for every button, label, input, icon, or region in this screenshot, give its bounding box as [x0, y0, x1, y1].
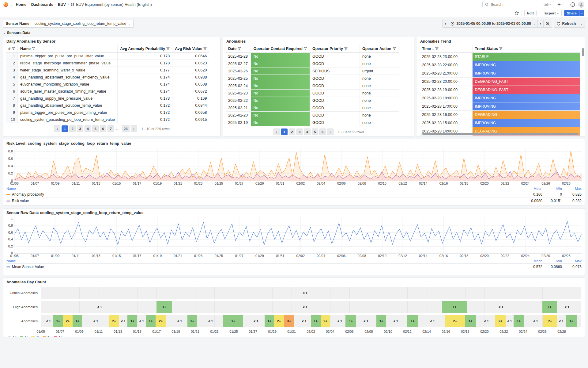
legend-header-stat[interactable]: Mean — [523, 259, 542, 263]
day-count-cell[interactable]: < 1 — [482, 315, 492, 327]
day-count-cell[interactable]: 1+ — [223, 315, 243, 327]
sort-desc-icon[interactable]: ↓ — [432, 47, 434, 51]
column-header[interactable]: Operator Contact Required — [251, 45, 310, 53]
plot-area[interactable]: 10.80.60.40.20 — [14, 217, 582, 254]
day-count-cell[interactable]: < 1 — [391, 315, 401, 327]
day-count-cell[interactable]: < 1 — [251, 315, 261, 327]
legend-header-stat[interactable]: Min — [542, 259, 562, 263]
page-button[interactable]: 4 — [85, 125, 91, 132]
time-range-picker[interactable]: 2025-01-05 00:00:00 to 2025-03-01 00:00:… — [448, 20, 537, 28]
page-button[interactable]: 3 — [77, 125, 83, 132]
day-count-cell[interactable]: < 1 — [175, 315, 185, 327]
page-button[interactable]: 5 — [92, 125, 99, 132]
day-count-cell[interactable]: 1+ — [127, 315, 137, 327]
day-count-cell[interactable]: < 1 — [494, 301, 508, 313]
legend-header-stat[interactable]: Max — [562, 187, 582, 190]
page-button[interactable]: 3 — [296, 128, 303, 135]
day-count-cell[interactable]: < 1 — [561, 301, 573, 313]
day-count-cell[interactable]: 3+ — [284, 315, 295, 327]
sensor-name-select[interactable]: cooling_system_stage_cooling_loop_return… — [32, 20, 134, 28]
day-count-cell[interactable]: < 1 — [299, 315, 309, 327]
column-header[interactable]: Date — [226, 45, 251, 53]
column-header[interactable]: Time ↓ — [420, 45, 472, 53]
day-count-cell[interactable]: 1+ — [311, 315, 321, 327]
day-count-cell[interactable]: < 1 — [361, 315, 371, 327]
day-count-cell[interactable]: 2+ — [63, 315, 73, 327]
next-page-button[interactable]: › — [327, 128, 334, 135]
filter-icon[interactable] — [304, 47, 307, 50]
filter-icon[interactable] — [166, 47, 170, 50]
day-count-cell[interactable]: < 1 — [137, 315, 146, 327]
column-header[interactable]: Operator Priority — [310, 45, 360, 53]
prev-page-button[interactable]: ‹ — [54, 125, 60, 132]
day-count-cell[interactable]: 2+ — [543, 315, 557, 327]
star-icon[interactable] — [514, 11, 519, 15]
day-count-cell[interactable]: 1+ — [514, 315, 524, 327]
edit-button[interactable]: Edit — [524, 10, 537, 16]
day-count-cell[interactable]: 2+ — [321, 315, 330, 327]
legend-header-name[interactable]: Name — [6, 187, 523, 190]
search-input[interactable]: ctrl+k — [482, 1, 554, 8]
day-count-cell[interactable]: 2+ — [495, 315, 506, 327]
breadcrumb-euv[interactable]: EUV — [58, 2, 66, 7]
share-button[interactable]: Share — [564, 10, 579, 16]
plot-area[interactable]: 0.80.60.40.20 — [14, 148, 582, 181]
column-header[interactable]: Avg Anomaly Probability — [118, 45, 172, 53]
day-count-cell[interactable]: < 1 — [44, 315, 54, 327]
day-count-cell[interactable]: 1+ — [566, 315, 577, 327]
page-button[interactable]: 6 — [319, 128, 326, 135]
filter-icon[interactable] — [393, 47, 396, 50]
page-button[interactable]: 5 — [312, 128, 318, 135]
prev-page-button[interactable]: ‹ — [273, 128, 280, 135]
time-shift-forward-button[interactable]: › — [538, 20, 544, 28]
day-count-cell[interactable]: 1+ — [542, 301, 557, 313]
add-button[interactable]: ⌄ — [557, 2, 564, 6]
series-name[interactable]: Mean Sensor Value — [12, 265, 44, 269]
column-header[interactable]: Name — [17, 45, 117, 53]
filter-icon[interactable] — [238, 47, 241, 50]
legend-header-stat[interactable]: Mean — [523, 187, 542, 190]
filter-icon[interactable] — [344, 47, 348, 50]
next-page-button[interactable]: › — [131, 125, 137, 132]
user-avatar[interactable] — [578, 2, 584, 8]
sensors-data-section-toggle[interactable]: ⌄ Sensors Data — [3, 31, 585, 35]
day-count-cell[interactable]: < 1 — [299, 301, 311, 313]
day-count-cell[interactable]: < 1 — [428, 315, 437, 327]
column-header[interactable]: Avg Risk Value — [172, 45, 209, 53]
legend-header-stat[interactable]: Min — [542, 187, 562, 190]
risk-level-chart[interactable]: 0.80.60.40.2001/0501/0701/0901/1101/1301… — [6, 148, 582, 186]
page-button[interactable]: 7 — [107, 125, 114, 132]
zoom-out-button[interactable] — [544, 20, 552, 28]
day-count-cell[interactable]: 2+ — [109, 315, 119, 327]
column-header[interactable]: Operator Action — [360, 45, 399, 53]
sensor-raw-data-chart[interactable]: 10.80.60.40.2001/0501/0701/0901/1101/130… — [6, 217, 582, 258]
day-count-cell[interactable]: 1+ — [265, 315, 274, 327]
search-field[interactable] — [491, 2, 542, 7]
breadcrumb-dashboards[interactable]: Dashboards — [31, 2, 53, 7]
time-shift-back-button[interactable]: ‹ — [442, 20, 448, 28]
filter-icon[interactable] — [32, 47, 35, 50]
series-name[interactable]: Anomaly probability — [12, 192, 44, 197]
day-count-cell[interactable]: < 1 — [91, 315, 101, 327]
day-count-cell[interactable]: 1+ — [376, 315, 386, 327]
day-count-cell[interactable]: 1+ — [146, 315, 156, 327]
page-button[interactable]: 2 — [289, 128, 295, 135]
refresh-interval-button[interactable]: ⌄ — [578, 20, 585, 28]
refresh-button[interactable]: Refresh — [554, 20, 579, 28]
day-count-cell[interactable]: < 1 — [557, 315, 565, 327]
page-button[interactable]: 2 — [69, 125, 76, 132]
filter-icon[interactable] — [499, 47, 503, 50]
day-count-cell[interactable]: < 1 — [299, 287, 311, 299]
breadcrumb-home[interactable]: Home — [16, 2, 27, 7]
export-button[interactable]: Export ⌄ — [542, 10, 562, 16]
day-count-cell[interactable]: < 1 — [506, 315, 513, 327]
day-count-cell[interactable]: < 1 — [335, 315, 345, 327]
day-count-cell[interactable]: 1+ — [187, 315, 197, 327]
day-count-cell[interactable]: 1+ — [53, 315, 63, 327]
day-count-cell[interactable]: < 1 — [206, 315, 216, 327]
day-count-cell[interactable]: 1+ — [465, 315, 476, 327]
vertical-scrollbar[interactable] — [582, 48, 584, 132]
page-button[interactable]: 6 — [100, 125, 106, 132]
day-count-cell[interactable]: 1+ — [442, 301, 467, 313]
filter-icon[interactable] — [203, 47, 207, 50]
